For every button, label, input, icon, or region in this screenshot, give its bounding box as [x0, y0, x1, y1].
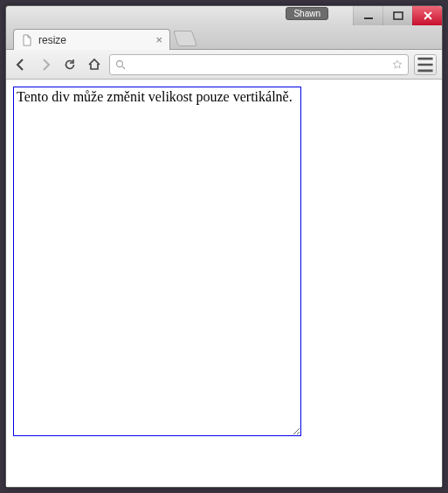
window-titlebar: Shawn	[6, 6, 442, 25]
bookmark-star-icon[interactable]	[392, 59, 403, 70]
resizable-box[interactable]: Tento div může změnit velikost pouze ver…	[13, 87, 301, 436]
home-button[interactable]	[85, 55, 104, 74]
user-badge: Shawn	[286, 7, 328, 20]
tab-title: resize	[38, 34, 150, 46]
arrow-right-icon	[38, 58, 52, 72]
search-icon	[115, 59, 126, 70]
box-text: Tento div může změnit velikost pouze ver…	[17, 89, 293, 104]
hamburger-icon	[415, 54, 436, 75]
toolbar	[6, 50, 442, 80]
address-bar[interactable]	[109, 54, 409, 75]
maximize-icon	[393, 10, 403, 21]
minimize-icon	[363, 10, 374, 21]
close-icon	[423, 10, 433, 21]
home-icon	[87, 58, 101, 72]
window-controls	[353, 6, 442, 25]
page-content: Tento div může změnit velikost pouze ver…	[6, 80, 442, 487]
svg-point-2	[117, 60, 123, 66]
url-input[interactable]	[131, 59, 387, 71]
svg-rect-0	[364, 17, 373, 19]
reload-button[interactable]	[60, 55, 79, 74]
browser-window: Shawn resize ×	[5, 5, 443, 488]
menu-button[interactable]	[414, 54, 437, 75]
reload-icon	[63, 58, 77, 72]
browser-tab[interactable]: resize ×	[13, 29, 170, 50]
tab-close-button[interactable]: ×	[155, 33, 162, 46]
close-window-button[interactable]	[412, 6, 442, 25]
back-button[interactable]	[11, 55, 31, 74]
forward-button[interactable]	[36, 55, 55, 74]
file-icon	[21, 34, 33, 46]
minimize-button[interactable]	[353, 6, 383, 25]
svg-rect-1	[394, 12, 403, 19]
new-tab-button[interactable]	[173, 31, 197, 46]
maximize-button[interactable]	[383, 6, 412, 25]
arrow-left-icon	[14, 58, 28, 72]
tab-strip: resize ×	[6, 25, 442, 50]
